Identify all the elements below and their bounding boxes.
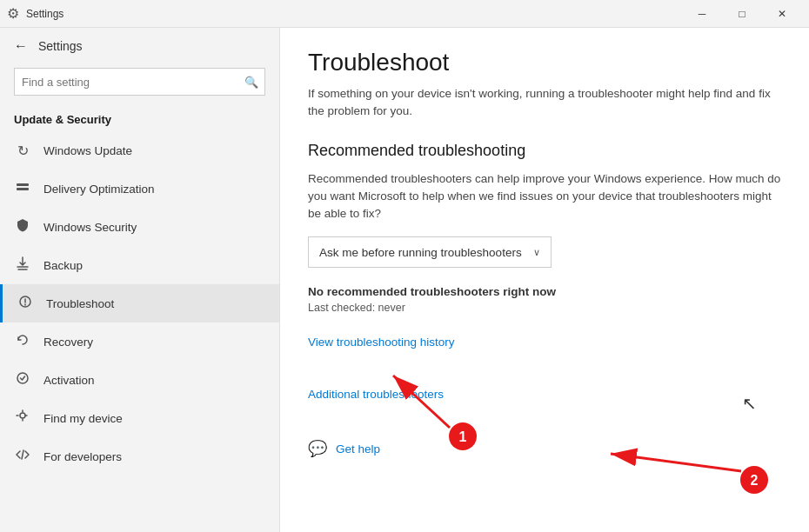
content-wrapper: Troubleshoot If something on your device… — [280, 28, 809, 532]
troubleshoot-icon — [17, 295, 34, 312]
sidebar-item-windows-update[interactable]: ↻ Windows Update — [0, 131, 279, 170]
activation-icon — [14, 371, 31, 389]
maximize-button[interactable]: □ — [722, 0, 762, 28]
sidebar-top: ← Settings — [0, 28, 279, 64]
window-controls: ─ □ ✕ — [682, 0, 802, 28]
sidebar-item-label: Activation — [43, 374, 95, 387]
page-description: If something on your device isn't workin… — [308, 85, 781, 121]
sidebar-item-label: Windows Update — [43, 144, 132, 157]
sidebar-item-label: Recovery — [43, 336, 93, 349]
additional-troubleshooters-section: Additional troubleshooters — [308, 387, 781, 422]
recommended-section-desc: Recommended troubleshooters can help imp… — [308, 170, 781, 223]
status-sub-text: Last checked: never — [308, 302, 781, 314]
sidebar-item-find-my-device[interactable]: Find my device — [0, 399, 279, 437]
chevron-down-icon: ∨ — [533, 247, 540, 258]
main-layout: ← Settings 🔍 Update & Security ↻ Windows… — [0, 28, 809, 532]
search-input[interactable] — [14, 68, 265, 96]
title-bar: ⚙ Settings ─ □ ✕ — [0, 0, 809, 28]
sidebar-item-recovery[interactable]: Recovery — [0, 323, 279, 361]
svg-rect-0 — [17, 183, 29, 186]
view-history-section: View troubleshooting history — [308, 335, 781, 369]
find-my-device-icon — [14, 409, 31, 427]
backup-icon — [14, 256, 31, 274]
get-help-row: 💬 Get help — [308, 439, 781, 458]
svg-point-3 — [17, 373, 28, 383]
settings-icon: ⚙ — [7, 5, 19, 22]
sidebar-item-troubleshoot[interactable]: Troubleshoot — [0, 284, 279, 323]
recommended-section-header: Recommended troubleshooting — [308, 142, 781, 160]
svg-rect-1 — [17, 188, 29, 190]
sidebar-item-activation[interactable]: Activation — [0, 361, 279, 399]
additional-troubleshooters-link[interactable]: Additional troubleshooters — [308, 388, 444, 401]
sidebar-item-label: Windows Security — [43, 221, 137, 234]
svg-point-4 — [20, 413, 25, 418]
sidebar-item-label: Troubleshoot — [46, 297, 114, 310]
search-box: 🔍 — [14, 68, 265, 96]
sidebar-item-label: Delivery Optimization — [43, 183, 155, 196]
status-text: No recommended troubleshooters right now — [308, 285, 781, 298]
windows-security-icon — [14, 218, 31, 236]
sidebar-item-for-developers[interactable]: For developers — [0, 437, 279, 475]
get-help-icon: 💬 — [308, 439, 327, 458]
sidebar-item-delivery-optimization[interactable]: Delivery Optimization — [0, 170, 279, 208]
sidebar-item-label: Find my device — [43, 412, 123, 425]
search-icon: 🔍 — [244, 76, 258, 89]
title-bar-text: Settings — [26, 8, 682, 20]
view-troubleshooting-history-link[interactable]: View troubleshooting history — [308, 336, 455, 349]
sidebar-item-label: For developers — [43, 450, 122, 463]
recovery-icon — [14, 333, 31, 350]
for-developers-icon — [14, 448, 31, 465]
get-help-link[interactable]: Get help — [336, 442, 380, 456]
minimize-button[interactable]: ─ — [682, 0, 722, 28]
sidebar-item-windows-security[interactable]: Windows Security — [0, 208, 279, 246]
sidebar-item-backup[interactable]: Backup — [0, 246, 279, 284]
section-label: Update & Security — [0, 106, 279, 131]
content-area: Troubleshoot If something on your device… — [280, 28, 809, 532]
sidebar-item-label: Backup — [43, 259, 83, 272]
sidebar-app-title: Settings — [38, 39, 83, 53]
close-button[interactable]: ✕ — [762, 0, 802, 28]
dropdown-value: Ask me before running troubleshooters — [319, 246, 522, 259]
troubleshooter-dropdown[interactable]: Ask me before running troubleshooters ∨ — [308, 236, 552, 268]
delivery-optimization-icon — [14, 180, 31, 197]
sidebar: ← Settings 🔍 Update & Security ↻ Windows… — [0, 28, 280, 532]
page-title: Troubleshoot — [308, 49, 781, 76]
windows-update-icon: ↻ — [14, 143, 31, 159]
back-button[interactable]: ← — [14, 38, 28, 54]
